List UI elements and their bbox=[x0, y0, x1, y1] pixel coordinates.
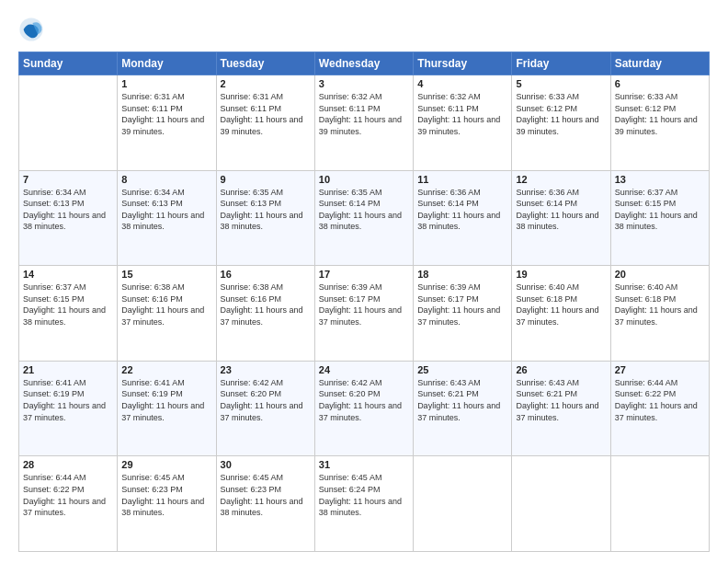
calendar-week-2: 7 Sunrise: 6:34 AM Sunset: 6:13 PM Dayli… bbox=[19, 170, 710, 266]
calendar-cell: 23 Sunrise: 6:42 AM Sunset: 6:20 PM Dayl… bbox=[216, 361, 314, 456]
day-info: Sunrise: 6:35 AM Sunset: 6:13 PM Dayligh… bbox=[221, 187, 311, 233]
day-number: 1 bbox=[121, 78, 211, 89]
day-info: Sunrise: 6:44 AM Sunset: 6:22 PM Dayligh… bbox=[23, 472, 113, 518]
calendar-cell: 25 Sunrise: 6:43 AM Sunset: 6:21 PM Dayl… bbox=[414, 361, 512, 456]
calendar-cell: 18 Sunrise: 6:39 AM Sunset: 6:17 PM Dayl… bbox=[414, 266, 512, 362]
day-info: Sunrise: 6:45 AM Sunset: 6:23 PM Dayligh… bbox=[221, 472, 311, 518]
day-info: Sunrise: 6:45 AM Sunset: 6:24 PM Dayligh… bbox=[319, 472, 409, 518]
day-number: 14 bbox=[23, 269, 113, 280]
calendar-table: SundayMondayTuesdayWednesdayThursdayFrid… bbox=[18, 52, 710, 552]
calendar-cell: 27 Sunrise: 6:44 AM Sunset: 6:22 PM Dayl… bbox=[610, 361, 709, 456]
calendar-cell: 8 Sunrise: 6:34 AM Sunset: 6:13 PM Dayli… bbox=[118, 170, 216, 266]
day-number: 8 bbox=[121, 174, 211, 185]
calendar-cell: 1 Sunrise: 6:31 AM Sunset: 6:11 PM Dayli… bbox=[118, 75, 216, 171]
day-info: Sunrise: 6:32 AM Sunset: 6:11 PM Dayligh… bbox=[319, 91, 409, 137]
day-number: 25 bbox=[417, 364, 507, 375]
calendar-cell: 22 Sunrise: 6:41 AM Sunset: 6:19 PM Dayl… bbox=[118, 361, 216, 456]
col-header-tuesday: Tuesday bbox=[216, 52, 314, 75]
day-number: 16 bbox=[221, 269, 311, 280]
day-info: Sunrise: 6:37 AM Sunset: 6:15 PM Dayligh… bbox=[615, 187, 705, 233]
day-info: Sunrise: 6:36 AM Sunset: 6:14 PM Dayligh… bbox=[417, 187, 507, 233]
calendar-cell: 19 Sunrise: 6:40 AM Sunset: 6:18 PM Dayl… bbox=[512, 266, 610, 362]
day-number: 30 bbox=[221, 459, 311, 470]
calendar-cell: 7 Sunrise: 6:34 AM Sunset: 6:13 PM Dayli… bbox=[19, 170, 118, 266]
day-info: Sunrise: 6:34 AM Sunset: 6:13 PM Dayligh… bbox=[121, 187, 211, 233]
day-number: 12 bbox=[516, 174, 606, 185]
calendar-header-row: SundayMondayTuesdayWednesdayThursdayFrid… bbox=[19, 52, 710, 75]
day-info: Sunrise: 6:42 AM Sunset: 6:20 PM Dayligh… bbox=[221, 377, 311, 423]
day-info: Sunrise: 6:42 AM Sunset: 6:20 PM Dayligh… bbox=[319, 377, 409, 423]
calendar-cell: 31 Sunrise: 6:45 AM Sunset: 6:24 PM Dayl… bbox=[314, 456, 413, 552]
day-info: Sunrise: 6:40 AM Sunset: 6:18 PM Dayligh… bbox=[615, 282, 705, 327]
calendar-cell: 26 Sunrise: 6:43 AM Sunset: 6:21 PM Dayl… bbox=[512, 361, 610, 456]
day-number: 17 bbox=[319, 269, 409, 280]
calendar-cell bbox=[512, 456, 610, 552]
page: SundayMondayTuesdayWednesdayThursdayFrid… bbox=[0, 0, 728, 563]
day-number: 4 bbox=[417, 78, 507, 89]
calendar-cell: 3 Sunrise: 6:32 AM Sunset: 6:11 PM Dayli… bbox=[314, 75, 413, 171]
calendar-cell: 4 Sunrise: 6:32 AM Sunset: 6:11 PM Dayli… bbox=[414, 75, 512, 171]
calendar-cell: 14 Sunrise: 6:37 AM Sunset: 6:15 PM Dayl… bbox=[19, 266, 118, 362]
day-number: 10 bbox=[319, 174, 409, 185]
col-header-saturday: Saturday bbox=[610, 52, 709, 75]
col-header-monday: Monday bbox=[118, 52, 216, 75]
day-info: Sunrise: 6:39 AM Sunset: 6:17 PM Dayligh… bbox=[417, 282, 507, 327]
day-number: 27 bbox=[615, 364, 705, 375]
day-number: 15 bbox=[121, 269, 211, 280]
day-number: 20 bbox=[615, 269, 705, 280]
day-info: Sunrise: 6:31 AM Sunset: 6:11 PM Dayligh… bbox=[221, 91, 311, 137]
calendar-week-1: 1 Sunrise: 6:31 AM Sunset: 6:11 PM Dayli… bbox=[19, 75, 710, 171]
calendar-cell: 6 Sunrise: 6:33 AM Sunset: 6:12 PM Dayli… bbox=[610, 75, 709, 171]
calendar-week-3: 14 Sunrise: 6:37 AM Sunset: 6:15 PM Dayl… bbox=[19, 266, 710, 362]
day-info: Sunrise: 6:32 AM Sunset: 6:11 PM Dayligh… bbox=[417, 91, 507, 137]
day-info: Sunrise: 6:31 AM Sunset: 6:11 PM Dayligh… bbox=[121, 91, 211, 137]
calendar-cell: 21 Sunrise: 6:41 AM Sunset: 6:19 PM Dayl… bbox=[19, 361, 118, 456]
col-header-friday: Friday bbox=[512, 52, 610, 75]
col-header-wednesday: Wednesday bbox=[314, 52, 413, 75]
calendar-cell: 15 Sunrise: 6:38 AM Sunset: 6:16 PM Dayl… bbox=[118, 266, 216, 362]
day-number: 23 bbox=[221, 364, 311, 375]
day-number: 3 bbox=[319, 78, 409, 89]
day-number: 19 bbox=[516, 269, 606, 280]
day-number: 31 bbox=[319, 459, 409, 470]
day-info: Sunrise: 6:43 AM Sunset: 6:21 PM Dayligh… bbox=[417, 377, 507, 423]
day-info: Sunrise: 6:41 AM Sunset: 6:19 PM Dayligh… bbox=[23, 377, 113, 423]
calendar-cell: 2 Sunrise: 6:31 AM Sunset: 6:11 PM Dayli… bbox=[216, 75, 314, 171]
calendar-cell: 24 Sunrise: 6:42 AM Sunset: 6:20 PM Dayl… bbox=[314, 361, 413, 456]
calendar-cell: 17 Sunrise: 6:39 AM Sunset: 6:17 PM Dayl… bbox=[314, 266, 413, 362]
calendar-cell bbox=[414, 456, 512, 552]
day-number: 28 bbox=[23, 459, 113, 470]
calendar-cell: 10 Sunrise: 6:35 AM Sunset: 6:14 PM Dayl… bbox=[314, 170, 413, 266]
logo-icon bbox=[18, 17, 44, 42]
day-number: 9 bbox=[221, 174, 311, 185]
day-number: 22 bbox=[121, 364, 211, 375]
day-info: Sunrise: 6:40 AM Sunset: 6:18 PM Dayligh… bbox=[516, 282, 606, 327]
calendar-cell: 13 Sunrise: 6:37 AM Sunset: 6:15 PM Dayl… bbox=[610, 170, 709, 266]
header bbox=[18, 17, 710, 42]
day-number: 5 bbox=[516, 78, 606, 89]
calendar-cell: 30 Sunrise: 6:45 AM Sunset: 6:23 PM Dayl… bbox=[216, 456, 314, 552]
calendar-cell: 11 Sunrise: 6:36 AM Sunset: 6:14 PM Dayl… bbox=[414, 170, 512, 266]
day-number: 18 bbox=[417, 269, 507, 280]
day-info: Sunrise: 6:37 AM Sunset: 6:15 PM Dayligh… bbox=[23, 282, 113, 327]
day-info: Sunrise: 6:43 AM Sunset: 6:21 PM Dayligh… bbox=[516, 377, 606, 423]
logo bbox=[18, 17, 46, 42]
day-number: 26 bbox=[516, 364, 606, 375]
calendar-cell: 5 Sunrise: 6:33 AM Sunset: 6:12 PM Dayli… bbox=[512, 75, 610, 171]
calendar-week-4: 21 Sunrise: 6:41 AM Sunset: 6:19 PM Dayl… bbox=[19, 361, 710, 456]
day-number: 13 bbox=[615, 174, 705, 185]
day-info: Sunrise: 6:38 AM Sunset: 6:16 PM Dayligh… bbox=[121, 282, 211, 327]
calendar-cell: 16 Sunrise: 6:38 AM Sunset: 6:16 PM Dayl… bbox=[216, 266, 314, 362]
day-info: Sunrise: 6:33 AM Sunset: 6:12 PM Dayligh… bbox=[516, 91, 606, 137]
calendar-cell bbox=[19, 75, 118, 171]
col-header-sunday: Sunday bbox=[19, 52, 118, 75]
calendar-cell: 20 Sunrise: 6:40 AM Sunset: 6:18 PM Dayl… bbox=[610, 266, 709, 362]
day-number: 7 bbox=[23, 174, 113, 185]
day-info: Sunrise: 6:34 AM Sunset: 6:13 PM Dayligh… bbox=[23, 187, 113, 233]
day-number: 2 bbox=[221, 78, 311, 89]
day-info: Sunrise: 6:35 AM Sunset: 6:14 PM Dayligh… bbox=[319, 187, 409, 233]
day-info: Sunrise: 6:36 AM Sunset: 6:14 PM Dayligh… bbox=[516, 187, 606, 233]
calendar-cell: 29 Sunrise: 6:45 AM Sunset: 6:23 PM Dayl… bbox=[118, 456, 216, 552]
col-header-thursday: Thursday bbox=[414, 52, 512, 75]
day-info: Sunrise: 6:41 AM Sunset: 6:19 PM Dayligh… bbox=[121, 377, 211, 423]
